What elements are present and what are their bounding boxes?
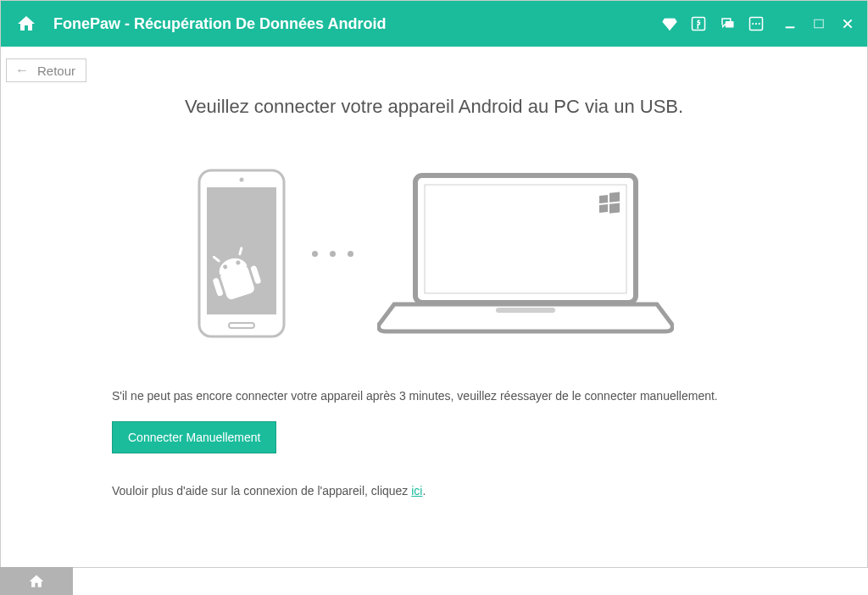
help-suffix: . — [422, 484, 426, 498]
svg-rect-1 — [726, 21, 734, 28]
svg-rect-24 — [609, 203, 620, 213]
titlebar: FonePaw - Récupération De Données Androi… — [1, 1, 867, 47]
back-button-label: Retour — [37, 64, 75, 78]
svg-rect-7 — [815, 19, 824, 27]
facebook-button[interactable] — [689, 14, 708, 33]
laptop-icon — [377, 169, 674, 338]
maximize-button[interactable] — [810, 14, 828, 33]
help-text: Vouloir plus d'aide sur la connexion de … — [112, 484, 756, 498]
maximize-icon — [812, 17, 826, 31]
svg-rect-25 — [496, 308, 555, 313]
titlebar-right — [660, 14, 857, 33]
help-prefix: Vouloir plus d'aide sur la connexion de … — [112, 484, 411, 498]
minimize-icon — [783, 17, 797, 31]
connection-dots-icon — [312, 251, 353, 257]
svg-point-5 — [759, 23, 760, 25]
premium-button[interactable] — [660, 14, 679, 33]
feedback-button[interactable] — [718, 14, 737, 33]
footer-home-tab[interactable] — [0, 567, 73, 595]
back-button[interactable]: ← Retour — [6, 58, 86, 82]
svg-point-3 — [752, 23, 754, 25]
home-icon — [16, 14, 36, 34]
chat-icon — [720, 16, 735, 31]
menu-button[interactable] — [747, 14, 765, 33]
connect-manually-label: Connecter Manuellement — [128, 431, 260, 444]
minimize-button[interactable] — [781, 14, 799, 33]
svg-point-10 — [239, 178, 243, 182]
retry-message: S'il ne peut pas encore connecter votre … — [112, 389, 756, 403]
diamond-icon — [662, 16, 677, 31]
svg-point-4 — [755, 23, 757, 25]
svg-rect-23 — [599, 204, 608, 213]
svg-rect-11 — [229, 323, 254, 328]
svg-rect-22 — [609, 192, 620, 202]
svg-rect-6 — [786, 26, 795, 28]
connect-manually-button[interactable]: Connecter Manuellement — [112, 421, 276, 453]
svg-rect-21 — [599, 195, 608, 203]
home-icon — [28, 573, 45, 590]
home-button[interactable] — [11, 8, 42, 39]
facebook-icon — [691, 16, 706, 31]
arrow-left-icon: ← — [15, 63, 29, 78]
phone-icon — [195, 169, 288, 338]
close-button[interactable] — [838, 14, 857, 33]
instruction-text: Veuillez connecter votre appareil Androi… — [35, 96, 833, 118]
close-icon — [841, 17, 854, 31]
content-area: ← Retour Veuillez connecter votre appare… — [1, 47, 867, 569]
svg-rect-20 — [425, 185, 626, 293]
app-title: FonePaw - Récupération De Données Androi… — [53, 15, 660, 33]
connection-illustration — [35, 169, 833, 338]
help-link[interactable]: ici — [411, 484, 422, 498]
more-icon — [748, 16, 764, 31]
